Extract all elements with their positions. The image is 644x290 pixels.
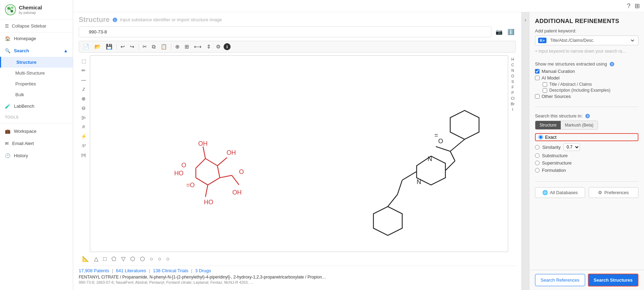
help-button[interactable]: ?	[627, 2, 630, 10]
sidebar-item-email-alert[interactable]: ✉ Email Alert	[0, 137, 73, 150]
settings-button[interactable]: ⚙	[214, 43, 222, 51]
atom-Cl[interactable]: Cl	[511, 96, 515, 101]
info-button[interactable]: ℹ️	[506, 27, 516, 37]
chain-tool[interactable]: Z	[79, 85, 88, 93]
circle2-button[interactable]: ○	[156, 255, 163, 263]
database-row: 🌐 All Databases ⚙ Preferences	[529, 184, 644, 201]
atom-C[interactable]: C	[511, 62, 514, 67]
copy-button[interactable]: ⧉	[150, 43, 157, 51]
svg-line-31	[402, 171, 417, 180]
similarity-select[interactable]: 0.7 0.8 0.9	[564, 143, 580, 151]
redo-button[interactable]: ↪	[128, 43, 136, 51]
exact-radio[interactable]	[538, 135, 543, 139]
superstructure-radio[interactable]	[535, 161, 540, 165]
search-structures-button[interactable]: Search Structures	[588, 274, 639, 287]
zoom-in-tool[interactable]: ⊕	[79, 94, 88, 103]
keyword-select[interactable]: Title/Abst./Claims/Desc.	[549, 38, 635, 43]
structure-tab-row: Structure Markush (Beta)	[535, 121, 598, 130]
keyword-hint[interactable]: + Input keyword to narrow down your sear…	[535, 47, 638, 55]
keyword-badge[interactable]: K+	[538, 38, 546, 43]
atom-P[interactable]: P	[511, 90, 514, 95]
literatures-link[interactable]: 641 Literatures	[116, 268, 146, 273]
atom-O[interactable]: O	[511, 74, 515, 78]
atom-F[interactable]: F	[511, 85, 514, 90]
checkbox-ai-model: AI Model	[535, 75, 638, 81]
sidebar-item-history[interactable]: 🕐 History	[0, 150, 73, 162]
grid-button[interactable]: ⊞	[183, 43, 191, 51]
new-doc-button[interactable]: 📄	[81, 43, 91, 51]
description-checkbox[interactable]	[543, 88, 547, 93]
circle3-button[interactable]: ○	[165, 255, 171, 263]
formulation-radio[interactable]	[535, 168, 540, 173]
atom-N[interactable]: N	[511, 68, 514, 73]
other-sources-checkbox[interactable]	[535, 94, 540, 99]
markush-tab[interactable]: Markush (Beta)	[561, 121, 598, 129]
labbench-icon: 🧪	[5, 104, 10, 109]
sgroup-tool[interactable]: .S*	[79, 142, 88, 150]
substructure-radio[interactable]	[535, 153, 540, 158]
sidebar: Chemical by patsnap ☰ Collapse Sidebar 🏠…	[0, 0, 73, 290]
search-in-info-icon[interactable]: ?	[585, 114, 590, 119]
pentagon-button[interactable]: ⬠	[110, 255, 118, 263]
apps-grid-button[interactable]: ⊞	[635, 2, 640, 10]
sidebar-subitem-structure[interactable]: Structure	[0, 57, 73, 68]
sidebar-item-homepage[interactable]: 🏠 Homepage	[0, 32, 73, 45]
draw-tool[interactable]: ✏	[79, 66, 88, 75]
sidebar-item-search[interactable]: 🔍 Search ▲	[0, 45, 73, 57]
repeat-unit-tool[interactable]: []n	[79, 113, 88, 122]
line-tool[interactable]: —	[79, 76, 88, 84]
select-tool[interactable]: ⬚	[79, 57, 88, 65]
panel-toggle-button[interactable]: ›	[521, 12, 529, 290]
atom-palette: H C N O S F P Cl Br I	[510, 55, 516, 252]
hexagon-button[interactable]: ⬡	[129, 255, 137, 263]
sidebar-item-workspace[interactable]: 💼 Workspace	[0, 125, 73, 137]
arrow-button[interactable]: ▽	[120, 255, 127, 263]
preferences-button[interactable]: ⚙ Preferences	[589, 187, 639, 198]
paste-button[interactable]: 📋	[159, 43, 169, 51]
triangle-button[interactable]: △	[93, 255, 100, 263]
all-databases-button[interactable]: 🌐 All Databases	[535, 187, 585, 198]
clinical-trials-link[interactable]: 138 Clinical Trials	[153, 268, 188, 273]
sidebar-subitem-multi-structure[interactable]: Multi-Structure	[0, 68, 73, 78]
flip-v-button[interactable]: ⇕	[205, 43, 213, 51]
flip-h-button[interactable]: ⟷	[192, 43, 203, 51]
svg-text:OH: OH	[226, 149, 236, 156]
atom-map-button[interactable]: ⊕	[173, 43, 181, 51]
search-references-button[interactable]: Search References	[535, 274, 585, 286]
reaction-tool[interactable]: ⚡	[79, 132, 88, 140]
gear-icon: ⚙	[598, 190, 602, 195]
show-structures-info-icon[interactable]: ?	[610, 62, 614, 67]
template-button[interactable]: 📐	[81, 255, 91, 263]
molecule-canvas[interactable]: OH OH HO HO OH O =O O	[90, 55, 508, 252]
structure-search-input[interactable]	[79, 26, 491, 37]
collapse-sidebar-button[interactable]: ☰ Collapse Sidebar	[0, 20, 73, 32]
open-button[interactable]: 📂	[93, 43, 103, 51]
zoom-out-tool[interactable]: ⊖	[79, 104, 88, 112]
circle1-button[interactable]: ○	[148, 255, 155, 263]
title-abstract-checkbox[interactable]	[543, 82, 547, 87]
square-button[interactable]: □	[102, 255, 108, 263]
similarity-radio[interactable]	[535, 145, 540, 150]
svg-line-11	[208, 178, 220, 185]
atom-S[interactable]: S	[511, 79, 514, 84]
sidebar-subitem-bulk[interactable]: Bulk	[0, 89, 73, 100]
drugs-link[interactable]: 3 Drugs	[195, 268, 211, 273]
structure-tab[interactable]: Structure	[535, 121, 561, 129]
r-group-tool[interactable]: R	[79, 123, 88, 131]
patents-link[interactable]: 17,908 Patents	[79, 268, 109, 273]
cut-button[interactable]: ✂	[141, 43, 149, 51]
sidebar-subitem-properties[interactable]: Properties	[0, 78, 73, 89]
sidebar-item-labbench[interactable]: 🧪 LabBench	[0, 100, 73, 112]
help-toolbar-button[interactable]: ℹ	[224, 43, 231, 50]
hydrogen-tool[interactable]: [H]	[79, 151, 88, 159]
manual-curation-checkbox[interactable]	[535, 69, 540, 74]
camera-button[interactable]: 📷	[494, 27, 504, 37]
atom-Br[interactable]: Br	[511, 101, 515, 106]
sidebar-divider	[0, 123, 73, 124]
atom-I[interactable]: I	[512, 107, 513, 112]
hexagon2-button[interactable]: ⬡	[139, 255, 146, 263]
save-button[interactable]: 💾	[104, 43, 114, 51]
ai-model-checkbox[interactable]	[535, 76, 540, 80]
atom-H[interactable]: H	[511, 57, 514, 62]
undo-button[interactable]: ↩	[119, 43, 127, 51]
